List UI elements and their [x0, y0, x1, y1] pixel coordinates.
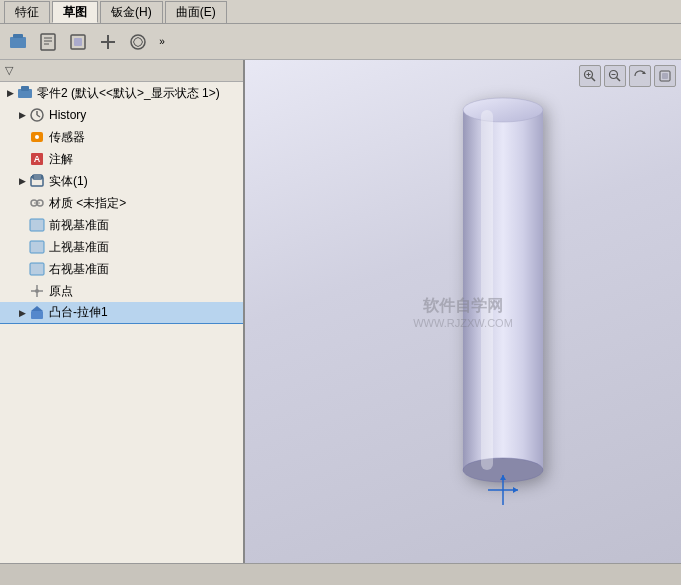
part-icon	[16, 84, 34, 102]
front-plane-expand-placeholder	[16, 219, 28, 231]
origin-expand-placeholder	[16, 285, 28, 297]
sensor-label: 传感器	[49, 129, 85, 146]
extrude-icon	[28, 304, 46, 322]
toolbar: »	[0, 24, 681, 60]
tree-item-origin[interactable]: 原点	[0, 280, 243, 302]
tree-item-material[interactable]: 材质 <未指定>	[0, 192, 243, 214]
right-plane-expand-placeholder	[16, 263, 28, 275]
viewport[interactable]: 软件自学网 WWW.RJZXW.COM	[245, 60, 681, 563]
annotation-expand-placeholder	[16, 153, 28, 165]
filter-bar: ▽	[0, 60, 243, 82]
history-icon	[28, 106, 46, 124]
axis-cross	[488, 475, 518, 508]
toolbar-more[interactable]: »	[154, 28, 170, 56]
root-expand-arrow[interactable]	[4, 87, 16, 99]
tree-item-extrude[interactable]: 凸台-拉伸1	[0, 302, 243, 324]
top-plane-expand-placeholder	[16, 241, 28, 253]
extrude-expand-arrow[interactable]	[16, 307, 28, 319]
origin-label: 原点	[49, 283, 73, 300]
tab-bar: 特征 草图 钣金(H) 曲面(E)	[0, 0, 681, 24]
tree-root[interactable]: 零件2 (默认<<默认>_显示状态 1>)	[0, 82, 243, 104]
svg-rect-2	[41, 34, 55, 50]
3d-viewport-content	[245, 60, 681, 563]
svg-point-32	[35, 289, 39, 293]
tree-item-top-plane[interactable]: 上视基准面	[0, 236, 243, 258]
svg-point-46	[463, 98, 543, 122]
right-plane-icon	[28, 260, 46, 278]
left-panel: ▽ 零件2 (默认<<默认>_显示状态 1>) History 传感器	[0, 60, 245, 563]
front-plane-icon	[28, 216, 46, 234]
svg-rect-0	[10, 37, 26, 48]
top-plane-icon	[28, 238, 46, 256]
top-plane-label: 上视基准面	[49, 239, 109, 256]
history-label: History	[49, 108, 86, 122]
toolbar-btn-1[interactable]	[4, 28, 32, 56]
annotation-icon: A	[28, 150, 46, 168]
svg-rect-7	[74, 38, 82, 46]
svg-marker-34	[31, 306, 43, 311]
tree-item-right-plane[interactable]: 右视基准面	[0, 258, 243, 280]
svg-rect-48	[481, 110, 493, 470]
material-icon	[28, 194, 46, 212]
toolbar-btn-4[interactable]	[94, 28, 122, 56]
svg-marker-52	[513, 487, 518, 493]
sensor-expand-placeholder	[16, 131, 28, 143]
svg-rect-1	[13, 34, 23, 38]
tree-item-annotation[interactable]: A 注解	[0, 148, 243, 170]
toolbar-btn-5[interactable]	[124, 28, 152, 56]
material-expand-placeholder	[16, 197, 28, 209]
material-label: 材质 <未指定>	[49, 195, 126, 212]
right-plane-label: 右视基准面	[49, 261, 109, 278]
toolbar-btn-3[interactable]	[64, 28, 92, 56]
cylinder-model	[453, 90, 553, 493]
tab-sketch[interactable]: 草图	[52, 1, 98, 23]
svg-rect-33	[31, 311, 43, 319]
solid-icon	[28, 172, 46, 190]
solid-expand-arrow[interactable]	[16, 175, 28, 187]
root-label: 零件2 (默认<<默认>_显示状态 1>)	[37, 85, 220, 102]
extrude-label: 凸台-拉伸1	[49, 304, 108, 321]
tab-surface[interactable]: 曲面(E)	[165, 1, 227, 23]
svg-rect-27	[30, 219, 44, 231]
tree-item-history[interactable]: History	[0, 104, 243, 126]
tab-sheetmetal[interactable]: 钣金(H)	[100, 1, 163, 23]
front-plane-label: 前视基准面	[49, 217, 109, 234]
tree-item-front-plane[interactable]: 前视基准面	[0, 214, 243, 236]
solid-label: 实体(1)	[49, 173, 88, 190]
cylinder-svg	[453, 90, 553, 490]
bottom-bar	[0, 563, 681, 585]
svg-rect-29	[30, 263, 44, 275]
main-layout: ▽ 零件2 (默认<<默认>_显示状态 1>) History 传感器	[0, 60, 681, 563]
tree-item-sensor[interactable]: 传感器	[0, 126, 243, 148]
svg-rect-12	[21, 86, 29, 91]
svg-text:A: A	[34, 154, 41, 164]
svg-line-15	[37, 115, 40, 117]
toolbar-btn-2[interactable]	[34, 28, 62, 56]
origin-icon	[28, 282, 46, 300]
annotation-label: 注解	[49, 151, 73, 168]
sensor-icon	[28, 128, 46, 146]
tree-item-solid[interactable]: 实体(1)	[0, 170, 243, 192]
svg-rect-28	[30, 241, 44, 253]
tab-features[interactable]: 特征	[4, 1, 50, 23]
svg-rect-45	[463, 110, 543, 470]
history-expand-arrow[interactable]	[16, 109, 28, 121]
filter-icon: ▽	[5, 64, 13, 77]
svg-marker-51	[500, 475, 506, 480]
svg-point-17	[35, 135, 39, 139]
